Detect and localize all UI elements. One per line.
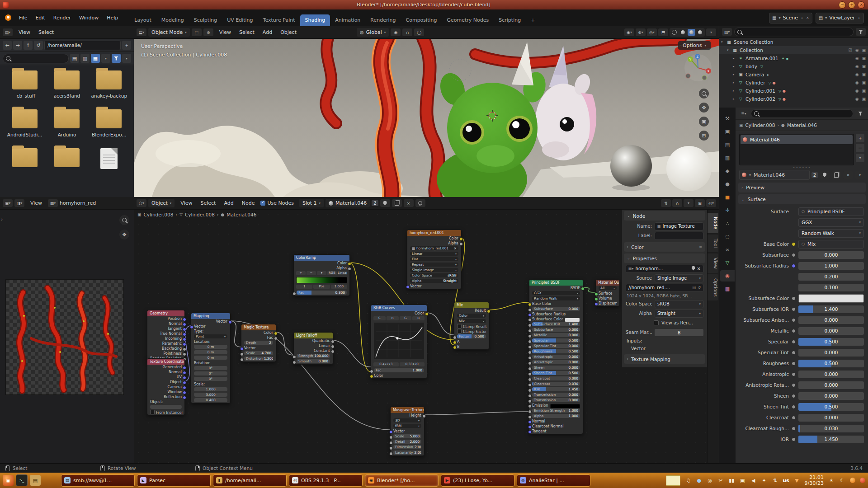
- value-slider[interactable]: Emission Strength1.000: [532, 408, 580, 413]
- socket[interactable]: [594, 302, 598, 306]
- socket[interactable]: [370, 375, 373, 378]
- value-slider[interactable]: 0.500: [798, 338, 864, 346]
- file-item[interactable]: Arduino: [46, 109, 88, 137]
- value-slider[interactable]: Transmission0.000: [532, 393, 580, 397]
- socket[interactable]: [389, 452, 393, 455]
- socket[interactable]: [528, 308, 532, 312]
- node-light-falloff[interactable]: Light FalloffQuadraticLinearConstantStre…: [293, 332, 333, 365]
- value-slider[interactable]: Distortion1.200: [244, 357, 273, 361]
- value-slider[interactable]: Specular0.500: [532, 338, 580, 343]
- socket[interactable]: [292, 292, 296, 296]
- shield-tray-icon[interactable]: ▼: [794, 477, 800, 484]
- image-menu-view[interactable]: View: [26, 199, 46, 207]
- value-slider[interactable]: Smooth0.000: [297, 359, 330, 363]
- transform-orientation-selector[interactable]: ◍ Global▾: [357, 28, 389, 37]
- node-header[interactable]: RGB Curves: [371, 305, 427, 311]
- up-button[interactable]: ↑: [24, 41, 33, 50]
- value-slider[interactable]: Factor0.500: [457, 334, 486, 338]
- node-link-button[interactable]: ⬡Principled BSDF: [798, 207, 864, 216]
- unlink-icon[interactable]: ×: [843, 171, 853, 179]
- workspace-tab-sculpting[interactable]: Sculpting: [189, 14, 222, 26]
- editor-type-icon[interactable]: ▤▾: [722, 28, 732, 36]
- slot-selector[interactable]: Slot 1▾: [299, 199, 324, 207]
- value-slider[interactable]: Lacunarity2.000: [393, 450, 421, 455]
- outliner-search-input[interactable]: [734, 28, 854, 36]
- material-slot-list[interactable]: Material.046: [739, 134, 854, 165]
- chrome-sphere[interactable]: [610, 145, 652, 187]
- dropdown[interactable]: All▾: [599, 286, 617, 290]
- value-slider[interactable]: 0.000: [798, 414, 864, 422]
- volume-tray-icon[interactable]: ◀: [750, 477, 756, 484]
- toolbar-button[interactable]: ▾: [317, 271, 326, 275]
- hide-in-viewport-icon[interactable]: ◉: [855, 97, 859, 101]
- value-slider[interactable]: Subsurface0.000: [532, 307, 580, 311]
- object-data-tab[interactable]: ▽: [720, 257, 735, 268]
- outliner-row[interactable]: ▸▽body▽◉▣: [719, 62, 868, 70]
- dropdown[interactable]: AlphaStraight: [410, 279, 458, 283]
- viewport-ortho-icon[interactable]: ⊞: [699, 131, 709, 141]
- node-header[interactable]: Geometry: [147, 310, 184, 316]
- socket[interactable]: [240, 358, 244, 361]
- shader-menu-add[interactable]: Add: [220, 199, 237, 207]
- hide-in-viewport-icon[interactable]: ◉: [855, 80, 859, 85]
- value-slider[interactable]: Roughness0.500: [532, 349, 580, 353]
- node-header[interactable]: ColorRamp: [294, 255, 349, 261]
- socket[interactable]: [183, 343, 186, 346]
- value-field[interactable]: [150, 405, 182, 409]
- socket[interactable]: [594, 292, 598, 296]
- socket[interactable]: [183, 386, 186, 389]
- alpha-dropdown[interactable]: Straight▾: [655, 310, 703, 318]
- viewport-menu-object[interactable]: Object: [276, 28, 301, 37]
- file-menu-view[interactable]: View: [14, 28, 34, 37]
- viewport-3d[interactable]: ⬓▾ Object Mode▾ ⬚ ⊕ ViewSelectAddObject …: [134, 26, 719, 197]
- filter-icon[interactable]: [856, 28, 866, 36]
- toolbar-button[interactable]: 0.33120: [400, 362, 425, 366]
- value-slider[interactable]: Sheen Tint0.500: [532, 371, 580, 375]
- workspace-tab-animation[interactable]: Animation: [330, 14, 365, 26]
- disable-in-renders-icon[interactable]: ▣: [862, 72, 866, 77]
- audio-tray-icon[interactable]: ♫: [685, 477, 691, 484]
- node-mix[interactable]: MixResultColor▾Mix▾Clamp ResultClamp Fac…: [454, 302, 489, 350]
- color-ramp[interactable]: [296, 277, 347, 283]
- pivot-point-icon[interactable]: ◉: [391, 28, 401, 36]
- weather-tray-icon[interactable]: ☀: [828, 477, 835, 484]
- menu-edit[interactable]: Edit: [31, 14, 49, 22]
- toolbar-button[interactable]: −: [307, 271, 316, 275]
- material-datablock-field[interactable]: ▾ Material.046: [739, 170, 810, 180]
- hide-in-viewport-icon[interactable]: ◉: [855, 89, 859, 93]
- node-texture-coordinate[interactable]: Texture CoordinateGeneratedNormalUVObjec…: [147, 358, 185, 415]
- files-launcher[interactable]: ▤: [30, 475, 41, 486]
- sidebar-tab-tool[interactable]: Tool: [708, 235, 718, 252]
- object-tab[interactable]: ■: [720, 192, 735, 203]
- material-slot[interactable]: Material.046: [741, 135, 853, 144]
- color-swatch[interactable]: [550, 404, 580, 408]
- select-tool-icon[interactable]: ⬚: [192, 28, 202, 36]
- image-datablock-field[interactable]: ▦▾hornyhorn... ×: [626, 265, 703, 273]
- value-slider[interactable]: 0.030: [798, 425, 864, 432]
- disable-in-renders-icon[interactable]: ▣: [862, 80, 866, 85]
- socket[interactable]: [331, 345, 335, 348]
- socket[interactable]: [487, 310, 491, 313]
- viewport-menu-add[interactable]: Add: [259, 28, 276, 37]
- breadcrumb-item[interactable]: Material.046: [226, 212, 256, 217]
- node-header[interactable]: hornyhorn_red.001: [407, 230, 461, 236]
- value-slider[interactable]: Sheen0.000: [532, 366, 580, 370]
- workspace-tab-modeling[interactable]: Modeling: [156, 14, 189, 26]
- toolbar-button[interactable]: 1: [296, 285, 312, 289]
- socket[interactable]: [453, 341, 457, 344]
- socket[interactable]: [190, 325, 193, 329]
- value-slider[interactable]: Strength100.000: [297, 354, 330, 358]
- pause-tray-icon[interactable]: ▮▮: [728, 477, 735, 484]
- dropdown[interactable]: Color SpacesRGB: [410, 273, 458, 277]
- use-nodes-checkbox[interactable]: Use Nodes: [260, 200, 294, 206]
- socket[interactable]: [594, 297, 598, 301]
- socket[interactable]: [274, 332, 278, 335]
- filter-icon[interactable]: [855, 110, 865, 117]
- breadcrumb-item[interactable]: Material.046: [787, 122, 817, 128]
- colorspace-dropdown[interactable]: sRGB▾: [655, 300, 703, 308]
- socket[interactable]: [348, 267, 351, 271]
- open-file-icon[interactable]: ▤: [693, 286, 696, 290]
- node-musgrave-texture[interactable]: Musgrave TextureHeight3D▾fBM▾VectorScale…: [390, 407, 425, 456]
- node-principled-bsdf[interactable]: Principled BSDFBSDFGGX▾Random Walk▾Base …: [529, 279, 583, 434]
- viewport-menu-view[interactable]: View: [215, 28, 235, 37]
